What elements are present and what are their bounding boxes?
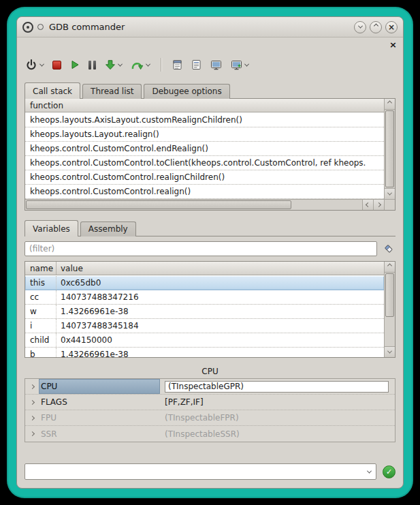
variable-name: child [25, 333, 56, 347]
tab-variables[interactable]: Variables [25, 220, 78, 236]
power-button[interactable] [25, 59, 44, 71]
chevron-down-icon [387, 191, 392, 196]
dropdown-arrow-icon[interactable] [39, 61, 44, 66]
scroll-down-button[interactable] [385, 188, 395, 199]
cpu-row[interactable]: CPU (TInspectableGPR) [25, 379, 395, 395]
monitor-button[interactable] [210, 60, 222, 70]
close-icon: × [388, 23, 395, 31]
expander-icon[interactable] [25, 426, 39, 442]
tab-thread-list[interactable]: Thread list [82, 84, 142, 99]
stop-button[interactable] [52, 61, 61, 70]
cpu-group-title: CPU [25, 366, 395, 378]
monitor-icon [210, 60, 222, 70]
maximize-icon [373, 24, 378, 29]
command-input[interactable] [26, 465, 362, 478]
dock-close-button[interactable]: × [389, 40, 397, 49]
variable-value: 1.43266961e-38 [56, 348, 384, 357]
notebook-button[interactable] [172, 59, 182, 70]
step-into-button[interactable] [105, 59, 122, 70]
column-header-name[interactable]: name [25, 262, 56, 275]
titlebar[interactable]: GDB commander × [17, 17, 403, 37]
window-frame: GDB commander × × [7, 7, 413, 498]
clear-filter-button[interactable] [382, 242, 395, 256]
register-group-name: FPU [39, 410, 160, 425]
variable-row[interactable]: this 0xc65db0 [25, 276, 384, 290]
run-button[interactable] [70, 60, 80, 70]
scroll-up-button[interactable] [385, 99, 395, 110]
register-group-name: FLAGS [39, 395, 160, 410]
check-icon: ✓ [386, 468, 392, 476]
scrollbar-thumb[interactable] [385, 273, 394, 317]
scroll-up-button[interactable] [385, 262, 395, 273]
callstack-row[interactable]: kheops.layouts.Layout.realign() [25, 127, 384, 142]
dropdown-arrow-icon[interactable] [118, 61, 123, 66]
app-icon [22, 22, 33, 33]
tab-assembly[interactable]: Assembly [80, 221, 136, 236]
clear-filter-icon [383, 243, 394, 254]
variable-name: b [25, 348, 56, 357]
window-title: GDB commander [49, 22, 350, 32]
callstack-row[interactable]: kheops.control.CustomControl.realign() [25, 185, 384, 199]
dock-header: × [17, 37, 403, 51]
scroll-left-button[interactable] [362, 200, 373, 210]
tab-call-stack[interactable]: Call stack [25, 82, 80, 99]
scrollbar-corner [384, 199, 395, 210]
variable-row[interactable]: cc 140737488347216 [25, 290, 384, 305]
variable-row[interactable]: w 1.43266961e-38 [25, 305, 384, 319]
callstack-vertical-scrollbar[interactable] [384, 99, 395, 199]
pause-icon [88, 61, 96, 70]
variable-value: 1.43266961e-38 [56, 305, 384, 318]
dropdown-arrow-icon[interactable] [244, 61, 249, 66]
callstack-list: kheops.layouts.AxisLayout.customRealignC… [25, 113, 384, 199]
close-button[interactable]: × [385, 21, 398, 33]
watch-list-icon [191, 59, 201, 70]
scrollbar-thumb[interactable] [385, 110, 394, 187]
step-over-button[interactable] [131, 60, 150, 70]
variable-row[interactable]: i 140737488345184 [25, 319, 384, 333]
minimize-icon [357, 24, 362, 29]
callstack-row[interactable]: kheops.control.CustomControl.endRealign(… [25, 142, 384, 156]
register-group-value: (TInspectableFPR) [160, 410, 395, 425]
monitor-add-button[interactable] [231, 60, 248, 70]
column-header-value[interactable]: value [56, 262, 384, 275]
expander-icon[interactable] [25, 379, 39, 394]
minimize-button[interactable] [354, 21, 366, 33]
callstack-row[interactable]: kheops.layouts.AxisLayout.customRealignC… [25, 113, 384, 127]
register-group-value: [PF,ZF,IF] [160, 395, 395, 410]
callstack-column-header[interactable]: function [25, 99, 384, 112]
variable-row[interactable]: b 1.43266961e-38 [25, 348, 384, 357]
register-value-field[interactable]: (TInspectableGPR) [165, 381, 389, 393]
register-group-name: CPU [39, 379, 160, 394]
scrollbar-thumb[interactable] [26, 200, 291, 209]
stack-tabbar: Call stack Thread list Debugee options [25, 82, 395, 99]
callstack-row[interactable]: kheops.control.CustomControl.toClient(kh… [25, 156, 384, 170]
expander-icon[interactable] [25, 395, 39, 410]
confirm-button[interactable]: ✓ [383, 465, 395, 478]
variables-vertical-scrollbar[interactable] [384, 262, 395, 357]
cpu-row[interactable]: SSR (TInspectableSSR) [25, 426, 395, 442]
variable-name: cc [25, 290, 56, 304]
app-badge-icon [37, 24, 44, 30]
maximize-button[interactable] [370, 21, 382, 33]
variable-row[interactable]: child 0x44150000 [25, 333, 384, 348]
command-combobox[interactable] [25, 463, 376, 480]
cpu-row[interactable]: FLAGS [PF,ZF,IF] [25, 395, 395, 410]
filter-input[interactable] [25, 241, 377, 256]
dropdown-arrow-icon[interactable] [146, 61, 150, 66]
cpu-row[interactable]: FPU (TInspectableFPR) [25, 410, 395, 426]
callstack-horizontal-scrollbar[interactable] [25, 199, 384, 210]
pause-button[interactable] [88, 61, 96, 70]
run-icon [70, 60, 80, 70]
combo-dropdown-button[interactable] [363, 464, 376, 479]
callstack-row[interactable]: kheops.control.CustomControl.realignChil… [25, 170, 384, 185]
toolbar-separator [161, 58, 161, 72]
gdb-commander-window: GDB commander × × [16, 16, 404, 489]
watch-list-button[interactable] [191, 59, 201, 70]
scroll-down-button[interactable] [385, 346, 395, 357]
variable-name: this [25, 276, 56, 290]
cpu-register-tree: CPU (TInspectableGPR) FLAGS [PF,ZF,IF] F… [25, 378, 395, 442]
tab-debugee-options[interactable]: Debugee options [144, 84, 229, 99]
variable-value: 140737488345184 [56, 319, 384, 333]
scroll-right-button[interactable] [373, 200, 384, 210]
expander-icon[interactable] [25, 410, 39, 425]
